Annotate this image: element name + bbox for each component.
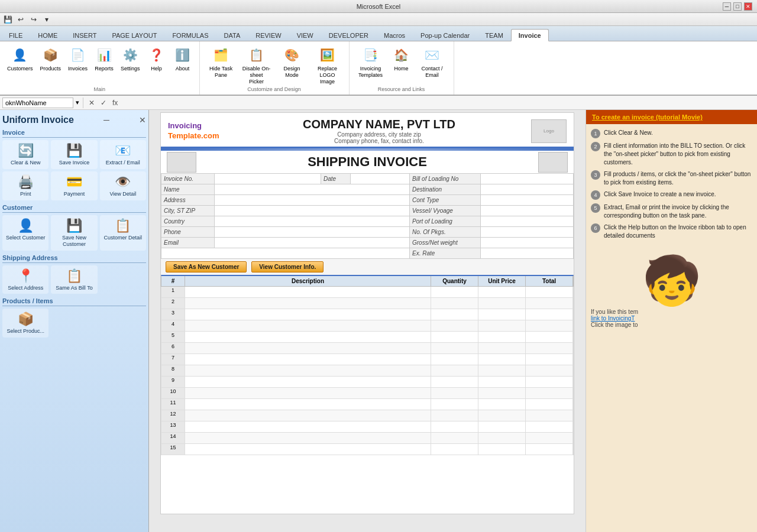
item-total-cell[interactable] — [526, 388, 573, 398]
name-value[interactable] — [215, 184, 410, 195]
ribbon-btn-help[interactable]: ❓Help — [145, 44, 169, 74]
fx-btn[interactable]: fx — [111, 99, 119, 107]
item-unit-price-cell[interactable] — [478, 433, 526, 443]
qa-more-btn[interactable]: ▾ — [41, 14, 52, 25]
item-quantity-cell[interactable] — [431, 343, 478, 353]
ribbon-btn-replace-logo-image[interactable]: 🖼️Replace LOGO Image — [311, 44, 344, 86]
mascot-image[interactable]: 🧒 — [591, 253, 752, 309]
item-unit-price-cell[interactable] — [478, 410, 526, 421]
item-quantity-cell[interactable] — [431, 421, 478, 432]
ribbon-btn-products[interactable]: 📦Products — [38, 44, 64, 74]
ribbon-btn-settings[interactable]: ⚙️Settings — [118, 44, 143, 74]
invoice-no-value[interactable] — [215, 174, 321, 184]
clear-new-btn[interactable]: 🔄 Clear & New — [2, 140, 48, 169]
save-as-new-customer-btn[interactable]: Save As New Customer — [166, 261, 247, 273]
item-description-cell[interactable] — [185, 410, 431, 421]
item-quantity-cell[interactable] — [431, 377, 478, 387]
ribbon-btn-reports[interactable]: 📊Reports — [92, 44, 116, 74]
item-total-cell[interactable] — [526, 365, 573, 376]
item-quantity-cell[interactable] — [431, 388, 478, 398]
ribbon-tab-page-layout[interactable]: PAGE LAYOUT — [104, 29, 164, 41]
item-total-cell[interactable] — [526, 433, 573, 443]
item-quantity-cell[interactable] — [431, 320, 478, 331]
item-total-cell[interactable] — [526, 421, 573, 432]
payment-btn[interactable]: 💳 Payment — [51, 171, 97, 200]
item-description-cell[interactable] — [185, 343, 431, 353]
item-total-cell[interactable] — [526, 298, 573, 309]
item-unit-price-cell[interactable] — [478, 287, 526, 297]
item-description-cell[interactable] — [185, 421, 431, 432]
ribbon-tab-formulas[interactable]: FORMULAS — [164, 29, 216, 41]
country-value[interactable] — [215, 216, 410, 227]
ribbon-tab-pop-up-calendar[interactable]: Pop-up Calendar — [413, 29, 477, 41]
qa-undo-btn[interactable]: ↩ — [15, 14, 26, 25]
item-quantity-cell[interactable] — [431, 399, 478, 410]
qa-save-btn[interactable]: 💾 — [2, 14, 13, 25]
extract-email-btn[interactable]: 📧 Extract / Email — [100, 140, 146, 169]
item-total-cell[interactable] — [526, 354, 573, 365]
item-total-cell[interactable] — [526, 309, 573, 320]
item-description-cell[interactable] — [185, 320, 431, 331]
ribbon-btn-customers[interactable]: 👤Customers — [5, 44, 35, 74]
item-total-cell[interactable] — [526, 410, 573, 421]
item-description-cell[interactable] — [185, 287, 431, 297]
item-description-cell[interactable] — [185, 399, 431, 410]
email-value[interactable] — [215, 238, 410, 248]
item-unit-price-cell[interactable] — [478, 332, 526, 342]
ribbon-tab-review[interactable]: REVIEW — [248, 29, 289, 41]
item-unit-price-cell[interactable] — [478, 377, 526, 387]
task-pane-close-btn[interactable]: ✕ — [139, 115, 146, 125]
item-description-cell[interactable] — [185, 309, 431, 320]
item-total-cell[interactable] — [526, 399, 573, 410]
tutorial-link[interactable]: To create an invoice (tutorial Movie) — [586, 110, 757, 124]
select-product-btn[interactable]: 📦 Select Produc... — [2, 309, 48, 338]
mascot-link[interactable]: link to InvoicingT — [591, 315, 635, 322]
maximize-btn[interactable]: □ — [733, 2, 742, 11]
item-description-cell[interactable] — [185, 377, 431, 387]
item-total-cell[interactable] — [526, 444, 573, 455]
select-customer-btn[interactable]: 👤 Select Customer — [2, 215, 48, 251]
item-quantity-cell[interactable] — [431, 444, 478, 455]
item-quantity-cell[interactable] — [431, 433, 478, 443]
ribbon-tab-file[interactable]: FILE — [1, 29, 30, 41]
same-as-bill-btn[interactable]: 📋 Same As Bill To — [51, 265, 97, 294]
item-description-cell[interactable] — [185, 388, 431, 398]
item-unit-price-cell[interactable] — [478, 320, 526, 331]
item-quantity-cell[interactable] — [431, 410, 478, 421]
item-description-cell[interactable] — [185, 298, 431, 309]
ribbon-btn-design-mode[interactable]: 🎨Design Mode — [276, 44, 309, 80]
item-description-cell[interactable] — [185, 444, 431, 455]
item-unit-price-cell[interactable] — [478, 444, 526, 455]
item-unit-price-cell[interactable] — [478, 365, 526, 376]
cont-type-value[interactable] — [481, 195, 574, 206]
ex-rate-value[interactable] — [481, 248, 574, 259]
ribbon-btn-invoices[interactable]: 📄Invoices — [66, 44, 90, 74]
phone-value[interactable] — [215, 227, 410, 238]
ribbon-tab-team[interactable]: TEAM — [477, 29, 511, 41]
ribbon-tab-macros[interactable]: Macros — [376, 29, 413, 41]
item-description-cell[interactable] — [185, 433, 431, 443]
date-value[interactable] — [351, 174, 410, 184]
view-detail-btn[interactable]: 👁️ View Detail — [100, 171, 146, 200]
item-description-cell[interactable] — [185, 332, 431, 342]
ribbon-tab-home[interactable]: HOME — [30, 29, 65, 41]
item-unit-price-cell[interactable] — [478, 354, 526, 365]
item-unit-price-cell[interactable] — [478, 421, 526, 432]
ribbon-tab-insert[interactable]: INSERT — [65, 29, 104, 41]
qa-redo-btn[interactable]: ↪ — [28, 14, 39, 25]
item-unit-price-cell[interactable] — [478, 309, 526, 320]
item-unit-price-cell[interactable] — [478, 388, 526, 398]
ribbon-tab-invoice[interactable]: Invoice — [511, 29, 549, 41]
item-unit-price-cell[interactable] — [478, 399, 526, 410]
item-description-cell[interactable] — [185, 365, 431, 376]
city-st-zip-value[interactable] — [215, 206, 410, 216]
ribbon-tab-data[interactable]: DATA — [216, 29, 248, 41]
item-quantity-cell[interactable] — [431, 309, 478, 320]
ribbon-btn-contact--email[interactable]: ✉️Contact / Email — [416, 44, 449, 80]
view-customer-info-btn[interactable]: View Customer Info. — [251, 261, 323, 273]
task-pane-minimize-btn[interactable]: ─ — [103, 115, 109, 125]
destination-value[interactable] — [481, 184, 574, 195]
address-value[interactable] — [215, 195, 410, 206]
item-description-cell[interactable] — [185, 354, 431, 365]
vessel-vyoage-value[interactable] — [481, 206, 574, 216]
